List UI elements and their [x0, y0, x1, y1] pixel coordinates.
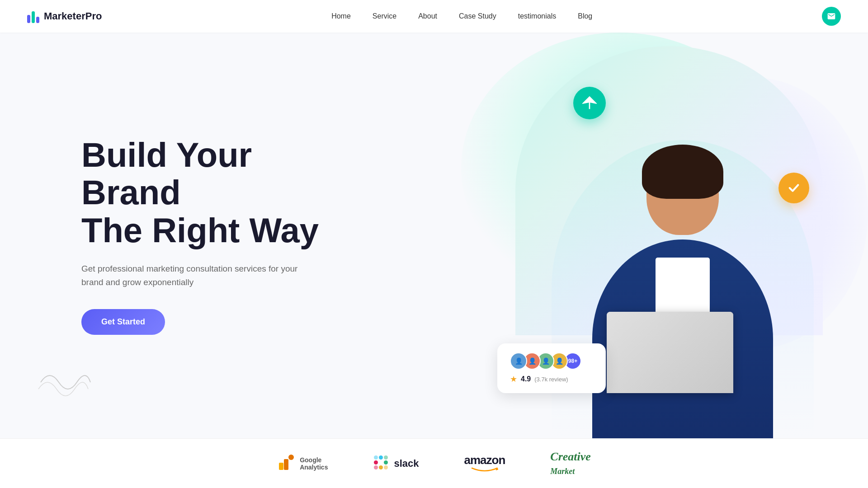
amazon-label: amazon: [464, 453, 505, 467]
laptop: [607, 312, 733, 393]
star-icon: ★: [510, 374, 517, 384]
hero-person-figure: [552, 140, 814, 438]
brand-google-analytics: Google Analytics: [277, 454, 328, 474]
svg-rect-9: [384, 455, 388, 460]
google-analytics-icon: [277, 454, 295, 474]
slack-icon: [373, 455, 389, 473]
person-head: [646, 154, 719, 235]
review-rating: ★ 4.9 (3.7k review): [510, 374, 593, 384]
hero-title: Build Your Brand The Right Way: [81, 136, 339, 249]
nav-item-about[interactable]: About: [418, 12, 437, 20]
nav-item-home[interactable]: Home: [331, 12, 351, 20]
squiggle-decoration: [36, 364, 95, 402]
hero-section: Build Your Brand The Right Way Get profe…: [0, 33, 868, 438]
nav-item-blog[interactable]: Blog: [578, 12, 592, 20]
avatar-1: 👤: [510, 352, 527, 370]
float-send-button: [573, 87, 606, 119]
svg-rect-8: [374, 455, 378, 460]
navbar: MarketerPro Home Service About Case Stud…: [0, 0, 868, 33]
person-body: [592, 239, 773, 438]
review-count: (3.7k review): [534, 376, 568, 383]
nav-item-case-study[interactable]: Case Study: [459, 12, 496, 20]
hero-content: Build Your Brand The Right Way Get profe…: [0, 136, 339, 335]
svg-rect-11: [374, 465, 378, 469]
ga-label-line1: Google: [300, 456, 328, 464]
nav-item-testimonials[interactable]: testimonials: [518, 12, 556, 20]
svg-rect-5: [379, 455, 383, 460]
nav-item-service[interactable]: Service: [373, 12, 396, 20]
svg-rect-6: [384, 460, 388, 465]
brand-name: MarketerPro: [44, 10, 102, 22]
float-check-button: [778, 173, 809, 203]
logo[interactable]: MarketerPro: [27, 9, 102, 23]
logo-icon: [27, 9, 39, 23]
hero-subtitle: Get professional marketing consultation …: [81, 262, 298, 290]
nav-links: Home Service About Case Study testimonia…: [331, 12, 592, 20]
svg-rect-1: [279, 463, 283, 470]
ga-label-line2: Analytics: [300, 464, 328, 471]
rating-number: 4.9: [521, 375, 531, 383]
mail-button[interactable]: [822, 7, 841, 26]
svg-rect-7: [379, 465, 383, 469]
review-avatars: 👤 👤 👤 👤 98+: [510, 352, 593, 370]
get-started-button[interactable]: Get Started: [81, 309, 165, 335]
review-card: 👤 👤 👤 👤 98+ ★ 4.9 (3.7k review): [497, 343, 606, 393]
svg-rect-2: [284, 459, 288, 470]
svg-point-3: [288, 455, 294, 460]
brands-bar: Google Analytics slack amazon: [0, 438, 868, 488]
svg-rect-10: [384, 465, 388, 469]
slack-label: slack: [394, 458, 419, 469]
brand-creative-market: CreativeMarket: [550, 450, 591, 477]
svg-rect-4: [374, 460, 378, 465]
brand-slack: slack: [373, 455, 419, 473]
creative-market-label: CreativeMarket: [550, 450, 591, 477]
brand-amazon: amazon: [464, 453, 505, 474]
